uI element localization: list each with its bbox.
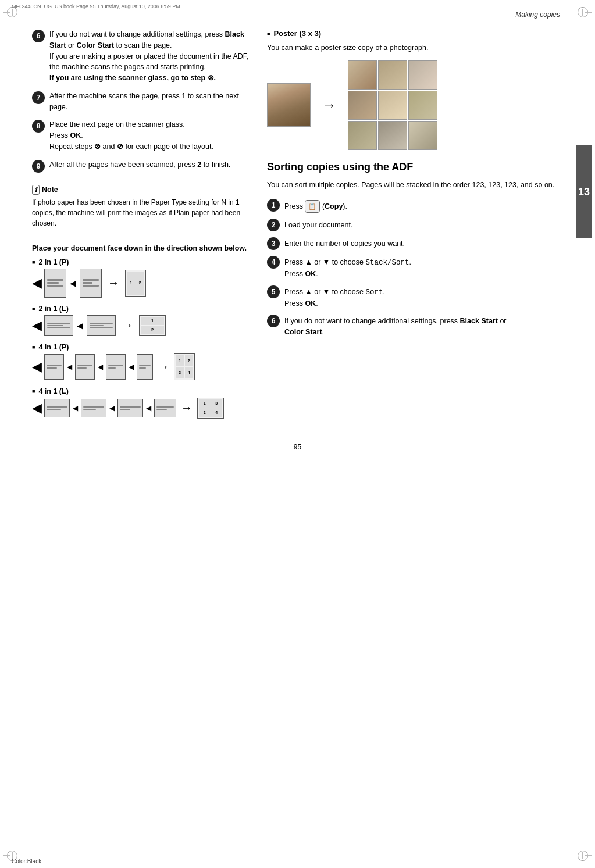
sort-option: Sort	[365, 288, 383, 297]
poster-cell-8	[378, 121, 407, 150]
step-8: 8 Place the next page on the scanner gla…	[32, 119, 253, 152]
note-text: If photo paper has been chosen in the Pa…	[32, 197, 253, 228]
result-arrow4: →	[181, 401, 193, 415]
step-6: 6 If you do not want to change additiona…	[32, 29, 253, 84]
diagram-label-4in1l: 4 in 1 (L)	[32, 387, 253, 395]
poster-cell-9	[408, 121, 437, 150]
spacer2: ◀	[77, 321, 83, 330]
spacer: ◀	[70, 278, 76, 288]
result-2in1p: 1 2	[125, 270, 146, 297]
sort-step-2: 2 Load your document.	[267, 219, 563, 231]
crosshair	[585, 12, 592, 13]
crosshair	[585, 855, 592, 856]
poster-section: Poster (3 x 3) You can make a poster siz…	[267, 29, 563, 150]
poster-cell-2	[378, 60, 407, 90]
poster-cell-3	[408, 60, 437, 90]
step-9-text: After all the pages have been scanned, p…	[49, 159, 253, 170]
crosshair	[3, 12, 10, 13]
step-8-circle: 8	[32, 120, 45, 133]
diagram-2in1p: ◀ ◀ → 1 2	[32, 269, 253, 298]
corner-mark-br	[578, 851, 588, 861]
result-arrow2: →	[122, 319, 133, 332]
sort-step-5-text: Press ▲ or ▼ to choose Sort. Press OK.	[284, 285, 385, 309]
doc-l2	[87, 315, 116, 336]
doc-p2	[80, 269, 102, 298]
page-content: 6 If you do not want to change additiona…	[0, 23, 595, 437]
poster-image-area: →	[267, 60, 563, 150]
doc-p6	[137, 354, 153, 380]
divider	[32, 237, 253, 237]
page-footer: 95	[0, 437, 595, 453]
file-info: MFC-440CN_UG_US.book Page 95 Thursday, A…	[12, 3, 180, 9]
poster-cell-1	[348, 60, 377, 90]
note-box: ℹ Note If photo paper has been chosen in…	[32, 181, 253, 228]
step-7-circle: 7	[32, 91, 45, 104]
diagram-label-4in1p: 4 in 1 (P)	[32, 343, 253, 351]
step-9-circle: 9	[32, 160, 45, 173]
step-9: 9 After all the pages have been scanned,…	[32, 159, 253, 173]
sp4: ◀	[98, 363, 103, 371]
sort-section: Sorting copies using the ADF You can sor…	[267, 160, 563, 338]
doc-p3	[44, 354, 64, 380]
doc-l1	[44, 315, 73, 336]
result-2in1l: 1 2	[139, 315, 166, 336]
poster-result-grid	[348, 60, 437, 150]
sort-step-1: 1 Press 📋 (Copy).	[267, 199, 563, 213]
sort-step-6-circle: 6	[267, 315, 280, 327]
sp7: ◀	[109, 404, 115, 412]
sort-step-3-text: Enter the number of copies you want.	[284, 237, 405, 249]
placement-note: Place your document face down in the dir…	[32, 244, 253, 252]
sp8: ◀	[146, 404, 151, 412]
sort-step-1-circle: 1	[267, 199, 280, 212]
sp3: ◀	[67, 363, 72, 371]
sort-step-1-text: Press 📋 (Copy).	[284, 199, 347, 213]
arrow-left2: ◀	[32, 318, 42, 333]
poster-cell-4	[348, 91, 377, 120]
crosshair	[582, 852, 583, 859]
doc-p1	[44, 269, 66, 298]
arrow-left: ◀	[32, 276, 42, 291]
diagram-label-2in1p: 2 in 1 (P)	[32, 258, 253, 266]
doc-p5	[106, 354, 126, 380]
sort-step-4: 4 Press ▲ or ▼ to choose Stack/Sort. Pre…	[267, 256, 563, 280]
diagram-label-2in1l: 2 in 1 (L)	[32, 305, 253, 313]
left-column: 6 If you do not want to change additiona…	[32, 29, 253, 426]
sort-step-5: 5 Press ▲ or ▼ to choose Sort. Press OK.	[267, 285, 563, 309]
doc-p4	[75, 354, 95, 380]
poster-desc: You can make a poster size copy of a pho…	[267, 42, 563, 53]
poster-cell-7	[348, 121, 377, 150]
poster-source-photo	[267, 83, 311, 127]
crosshair	[3, 855, 10, 856]
poster-title: Poster (3 x 3)	[267, 29, 563, 38]
sort-step-2-circle: 2	[267, 219, 280, 231]
poster-cell-6	[408, 91, 437, 120]
right-column: 13 Poster (3 x 3) You can make a poster …	[267, 29, 563, 426]
note-label: Note	[42, 185, 58, 194]
diagram-4in1l: ◀ ◀ ◀ ◀ → 1 3 2	[32, 398, 253, 419]
sp5: ◀	[129, 363, 134, 371]
note-icon: ℹ	[32, 185, 40, 195]
doc-l5	[117, 399, 143, 417]
step-6-text: If you do not want to change additional …	[49, 29, 253, 84]
crosshair	[12, 9, 13, 16]
arrow-left4: ◀	[32, 401, 42, 416]
sort-step-3: 3 Enter the number of copies you want.	[267, 237, 563, 250]
doc-l4	[81, 399, 106, 417]
step-6-circle: 6	[32, 30, 45, 42]
sp6: ◀	[73, 404, 78, 412]
doc-l3	[44, 399, 70, 417]
sort-step-4-circle: 4	[267, 256, 280, 269]
crosshair	[582, 9, 583, 16]
sort-step-3-circle: 3	[267, 237, 280, 250]
sort-step-5-circle: 5	[267, 285, 280, 298]
stack-sort-option: Stack/Sort	[365, 259, 409, 267]
color-note: Color:Black	[12, 858, 41, 865]
diagram-2in1l: ◀ ◀ → 1 2	[32, 315, 253, 336]
poster-arrow: →	[322, 97, 336, 113]
result-4in1l: 1 3 2 4	[197, 398, 224, 419]
diagram-4in1p: ◀ ◀ ◀ ◀ → 1 2 3	[32, 353, 253, 380]
sort-desc: You can sort multiple copies. Pages will…	[267, 180, 563, 191]
sort-step-4-text: Press ▲ or ▼ to choose Stack/Sort. Press…	[284, 256, 411, 280]
step-7: 7 After the machine scans the page, pres…	[32, 91, 253, 113]
copy-button-icon: 📋	[305, 200, 320, 213]
